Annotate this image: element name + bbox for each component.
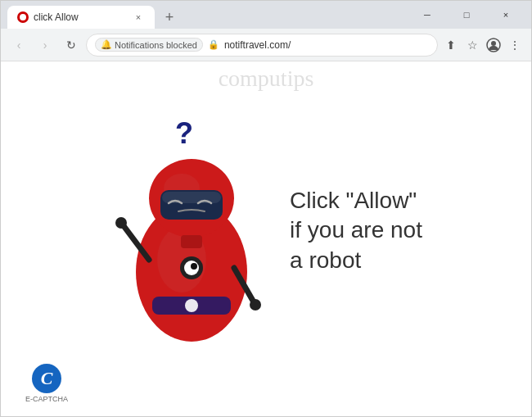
bookmark-icon[interactable]: ☆	[462, 35, 482, 55]
illustration-area: ?	[110, 108, 422, 354]
ecaptcha-logo: C	[32, 364, 61, 393]
share-icon[interactable]: ⬆	[441, 35, 461, 55]
browser-tab[interactable]: click Allow ×	[7, 6, 155, 29]
ecaptcha-badge: C E-CAPTCHA	[25, 364, 68, 403]
message-line1: Click "Allow"	[290, 186, 422, 215]
svg-rect-10	[181, 235, 202, 248]
page-content: computips ?	[1, 61, 531, 416]
message-line2: if you are not	[290, 215, 422, 245]
svg-point-1	[491, 41, 496, 46]
lock-icon: 🔒	[208, 39, 219, 50]
message-container: Click "Allow" if you are not a robot	[290, 186, 422, 275]
window-controls: ─ □ ×	[408, 3, 525, 26]
question-mark: ?	[175, 116, 193, 151]
svg-point-12	[115, 217, 127, 229]
tab-title: click Allow	[34, 11, 127, 23]
notifications-badge: 🔔 Notifications blocked	[95, 38, 203, 52]
message-line3: a robot	[290, 246, 422, 275]
minimize-button[interactable]: ─	[408, 3, 446, 26]
svg-point-17	[191, 263, 197, 270]
menu-icon[interactable]: ⋮	[505, 35, 525, 55]
ecaptcha-label: E-CAPTCHA	[25, 395, 68, 403]
svg-point-5	[185, 299, 198, 312]
reload-button[interactable]: ↻	[60, 34, 83, 57]
new-tab-button[interactable]: +	[158, 6, 181, 29]
tab-favicon	[17, 11, 29, 23]
maximize-button[interactable]: □	[448, 3, 485, 26]
bell-icon: 🔔	[101, 39, 112, 50]
notifications-text: Notifications blocked	[115, 40, 197, 50]
svg-point-14	[250, 299, 261, 310]
browser-frame: click Allow × + ─ □ × ‹ › ↻ 🔔 Notificati…	[0, 0, 532, 417]
back-button[interactable]: ‹	[7, 34, 30, 57]
address-bar[interactable]: 🔔 Notifications blocked 🔒 notiftravel.co…	[86, 34, 438, 57]
tab-close-button[interactable]: ×	[132, 11, 145, 24]
url-text: notiftravel.com/	[224, 39, 429, 51]
watermark: computips	[1, 66, 531, 92]
window-close-button[interactable]: ×	[487, 3, 525, 26]
forward-button[interactable]: ›	[34, 34, 56, 57]
profile-icon[interactable]	[484, 35, 503, 55]
toolbar-actions: ⬆ ☆ ⋮	[441, 35, 525, 55]
title-bar: click Allow × + ─ □ ×	[1, 1, 531, 29]
robot-illustration: ?	[110, 108, 273, 354]
tab-bar: click Allow × +	[7, 1, 402, 29]
toolbar: ‹ › ↻ 🔔 Notifications blocked 🔒 notiftra…	[1, 29, 531, 61]
